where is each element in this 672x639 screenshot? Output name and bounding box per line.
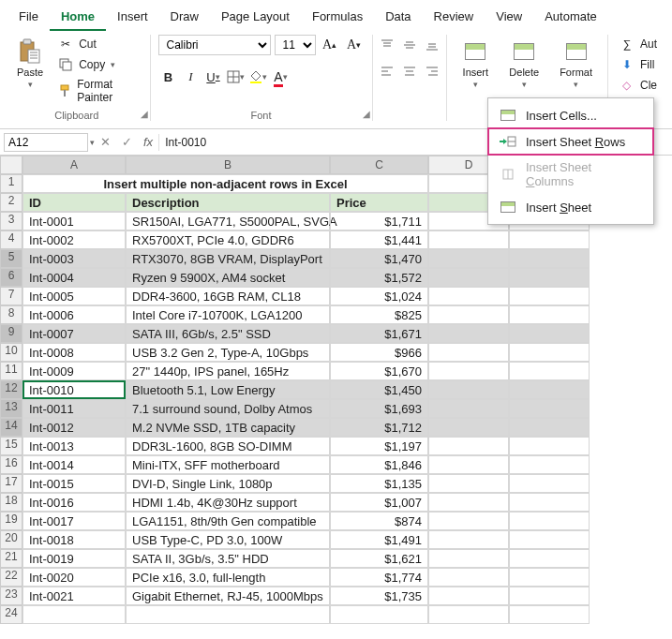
row-head[interactable]: 19	[0, 512, 22, 530]
cell[interactable]: Mini-ITX, SFF motherboard	[126, 455, 330, 474]
cell[interactable]	[509, 474, 590, 493]
cell[interactable]	[428, 380, 509, 399]
cell[interactable]: Int-0006	[22, 305, 126, 324]
header-cell[interactable]: Description	[126, 193, 330, 212]
cell[interactable]: $1,693	[330, 399, 428, 418]
row-head[interactable]: 24	[0, 605, 22, 624]
menu-tab-view[interactable]: View	[485, 4, 533, 31]
cell[interactable]: Int-0021	[22, 587, 126, 605]
row-head[interactable]: 22	[0, 568, 22, 587]
insert-cells-item[interactable]: Insert Cells...	[488, 102, 653, 128]
cell[interactable]	[509, 418, 590, 437]
cell[interactable]	[509, 512, 590, 530]
cell[interactable]	[428, 399, 509, 418]
cell[interactable]	[428, 305, 509, 324]
cell[interactable]	[509, 324, 590, 343]
cell[interactable]	[428, 587, 509, 605]
cell[interactable]: Gigabit Ethernet, RJ-45, 1000Mbps	[126, 587, 330, 605]
row-head[interactable]: 15	[0, 437, 22, 455]
cell[interactable]	[509, 530, 590, 549]
cancel-formula-icon[interactable]: ✕	[95, 135, 116, 149]
font-size-select[interactable]: 11	[275, 35, 316, 55]
cell[interactable]	[428, 268, 509, 287]
cell[interactable]	[428, 493, 509, 512]
cell[interactable]: $1,774	[330, 568, 428, 587]
menu-tab-review[interactable]: Review	[423, 4, 485, 31]
row-head[interactable]: 8	[0, 305, 22, 324]
align-right-icon[interactable]	[422, 61, 442, 82]
cell[interactable]: Int-0017	[22, 512, 126, 530]
cell[interactable]: DVI-D, Single Link, 1080p	[126, 474, 330, 493]
cell[interactable]	[428, 324, 509, 343]
cell[interactable]: $1,671	[330, 324, 428, 343]
cell[interactable]	[509, 230, 590, 249]
cell[interactable]: Int-0016	[22, 493, 126, 512]
cell[interactable]	[509, 605, 590, 624]
cell[interactable]: Int-0003	[22, 249, 126, 268]
cell[interactable]	[509, 343, 590, 362]
cell[interactable]: HDMI 1.4b, 4K@30Hz support	[126, 493, 330, 512]
cell[interactable]: Intel Core i7-10700K, LGA1200	[126, 305, 330, 324]
row-head[interactable]: 5	[0, 249, 22, 268]
insert-sheet-rows-item[interactable]: Insert Sheet Rows	[487, 127, 654, 156]
cell[interactable]: 27" 1440p, IPS panel, 165Hz	[126, 362, 330, 380]
row-head[interactable]: 17	[0, 474, 22, 493]
col-head[interactable]: A	[22, 156, 126, 174]
row-head[interactable]: 23	[0, 587, 22, 605]
cell[interactable]: Int-0008	[22, 343, 126, 362]
increase-font-icon[interactable]: A▴	[320, 35, 340, 55]
cell[interactable]	[428, 343, 509, 362]
cell[interactable]: $1,491	[330, 530, 428, 549]
cell[interactable]	[509, 380, 590, 399]
row-head[interactable]: 3	[0, 212, 22, 230]
row-head[interactable]: 13	[0, 399, 22, 418]
cell[interactable]: $1,135	[330, 474, 428, 493]
cell[interactable]	[428, 362, 509, 380]
cell[interactable]: M.2 NVMe SSD, 1TB capacity	[126, 418, 330, 437]
paste-button[interactable]: Paste ▾	[11, 35, 49, 93]
cell[interactable]: SATA III, 6Gb/s, 2.5" SSD	[126, 324, 330, 343]
row-head[interactable]: 9	[0, 324, 22, 343]
font-name-select[interactable]: Calibri	[158, 35, 271, 55]
underline-button[interactable]: U ▾	[203, 67, 224, 87]
cell[interactable]: Bluetooth 5.1, Low Energy	[126, 380, 330, 399]
cell[interactable]: RX5700XT, PCIe 4.0, GDDR6	[126, 230, 330, 249]
row-head[interactable]: 10	[0, 343, 22, 362]
cell[interactable]	[428, 549, 509, 568]
enter-formula-icon[interactable]: ✓	[116, 135, 138, 149]
format-button[interactable]: Format▾	[554, 35, 598, 93]
cell[interactable]: $1,441	[330, 230, 428, 249]
autosum-button[interactable]: ∑Aut	[616, 35, 661, 53]
cell[interactable]: Int-0018	[22, 530, 126, 549]
cell[interactable]	[428, 418, 509, 437]
delete-button[interactable]: Delete▾	[503, 35, 545, 93]
col-head[interactable]: B	[126, 156, 330, 174]
cell[interactable]	[509, 493, 590, 512]
cell[interactable]: $1,470	[330, 249, 428, 268]
cell[interactable]	[509, 287, 590, 305]
cell[interactable]: Int-0007	[22, 324, 126, 343]
align-middle-icon[interactable]	[399, 35, 420, 55]
cell[interactable]: $1,621	[330, 549, 428, 568]
cell[interactable]: RTX3070, 8GB VRAM, DisplayPort	[126, 249, 330, 268]
cell[interactable]	[428, 568, 509, 587]
name-box[interactable]	[4, 133, 88, 152]
row-head[interactable]: 21	[0, 549, 22, 568]
cell[interactable]: Int-0014	[22, 455, 126, 474]
decrease-font-icon[interactable]: A▾	[344, 35, 365, 55]
cell[interactable]: Int-0002	[22, 230, 126, 249]
cell[interactable]	[22, 605, 126, 624]
align-top-icon[interactable]	[377, 35, 397, 55]
cell[interactable]	[428, 437, 509, 455]
row-head[interactable]: 20	[0, 530, 22, 549]
cell[interactable]: Int-0009	[22, 362, 126, 380]
row-head[interactable]: 4	[0, 230, 22, 249]
cell[interactable]: Int-0010	[22, 380, 126, 399]
title-cell[interactable]: Insert multiple non-adjacent rows in Exc…	[22, 174, 428, 193]
cell[interactable]	[428, 230, 509, 249]
cell[interactable]	[509, 399, 590, 418]
cell[interactable]: $1,735	[330, 587, 428, 605]
row-head[interactable]: 2	[0, 193, 22, 212]
align-bottom-icon[interactable]	[422, 35, 442, 55]
cell[interactable]: $1,572	[330, 268, 428, 287]
